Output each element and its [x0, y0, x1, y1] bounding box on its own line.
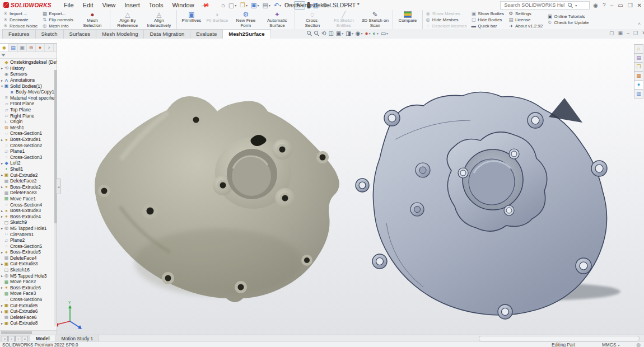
- tree-item[interactable]: ◉Sensors: [0, 71, 57, 77]
- help-search[interactable]: ▾: [500, 1, 590, 10]
- tree-item[interactable]: ▸●Boss-Extrude3: [0, 208, 57, 214]
- custom-properties-tab[interactable]: ▥: [634, 90, 643, 99]
- zoom-to-area-button[interactable]: [314, 31, 319, 36]
- appearances-scenes-tab[interactable]: ●: [634, 81, 643, 90]
- tree-filter-bar[interactable]: [0, 52, 57, 59]
- tree-item[interactable]: ▦DeleteFace3: [0, 190, 57, 196]
- align-by-reference-button[interactable]: △Align By Reference: [112, 11, 143, 29]
- caret-icon[interactable]: ▾: [269, 3, 270, 7]
- compare-button[interactable]: Compare: [395, 11, 421, 29]
- tree-item[interactable]: ▸▣Cut-Extrude3: [0, 261, 57, 267]
- menu-tools[interactable]: Tools: [144, 1, 168, 10]
- tab-sketch[interactable]: Sketch: [35, 29, 64, 39]
- select-button[interactable]: ↖▾: [294, 1, 305, 10]
- tree-item[interactable]: ◌Cross-Section3: [0, 154, 57, 161]
- expand-arrow-icon[interactable]: ▸: [0, 310, 4, 313]
- print-button[interactable]: ▤▾: [261, 2, 271, 9]
- filter-funnel-icon[interactable]: [1, 54, 6, 57]
- tree-item[interactable]: ∷CirPattern1: [0, 231, 57, 237]
- tree-item[interactable]: ≡Material <not specified>: [0, 95, 57, 101]
- view-palette-tab[interactable]: ▦: [634, 72, 643, 81]
- doc-minimize-button[interactable]: –: [627, 30, 629, 36]
- export-button[interactable]: ▦Export...: [41, 11, 74, 17]
- mesh-selection-button[interactable]: ●Mesh Selection: [77, 11, 108, 29]
- cad-central-flange[interactable]: [447, 132, 547, 231]
- tree-item[interactable]: ▸⟲History: [0, 65, 57, 72]
- view-orientation-button[interactable]: ▣▾: [336, 30, 343, 36]
- featuremanager-tab[interactable]: ◆: [0, 44, 9, 51]
- menu-window[interactable]: Window: [167, 1, 198, 10]
- menu-file[interactable]: File: [59, 1, 78, 10]
- caret-icon[interactable]: ▾: [290, 3, 292, 7]
- caret-icon[interactable]: ▾: [279, 3, 281, 7]
- hide-show-items-button[interactable]: ◉▾: [356, 30, 363, 36]
- tree-item[interactable]: ▸●Boss-Extrude2: [0, 184, 57, 190]
- tree-item[interactable]: ▢Sketch16: [0, 267, 57, 273]
- options-button[interactable]: ⚙▾: [321, 2, 331, 9]
- tab-surfaces[interactable]: Surfaces: [63, 29, 97, 39]
- tree-vertical-scrollbar[interactable]: [54, 70, 57, 326]
- tree-item[interactable]: ▦DeleteFace4: [0, 255, 57, 261]
- tab-features[interactable]: Features: [2, 29, 36, 39]
- tree-item[interactable]: ▢Sketch9: [0, 219, 57, 226]
- new-document-button[interactable]: ▢▾: [227, 2, 237, 9]
- tree-item[interactable]: ▸◆Loft2: [0, 160, 57, 166]
- tree-item[interactable]: ▸▣Cut-Extrude2: [0, 172, 57, 178]
- tree-item[interactable]: ◖Shell1: [0, 166, 57, 172]
- expand-arrow-icon[interactable]: ▸: [0, 214, 4, 218]
- search-caret-icon[interactable]: ▾: [575, 3, 577, 7]
- caret-icon[interactable]: ▾: [352, 31, 353, 35]
- previous-view-button[interactable]: ⟲: [321, 30, 326, 36]
- menu-insert[interactable]: Insert: [120, 1, 144, 10]
- check-for-update-button[interactable]: ↻Check for Update: [546, 20, 590, 26]
- view-settings-button[interactable]: ▭▾: [381, 30, 388, 36]
- caret-icon[interactable]: ▾: [342, 31, 343, 35]
- tree-item[interactable]: ▦DeleteFace2: [0, 178, 57, 184]
- tree-item[interactable]: ▸◎M5 Tapped Hole3: [0, 273, 57, 279]
- tree-item[interactable]: ▸▣Cut-Extrude5: [0, 302, 57, 308]
- show-bodies-button[interactable]: ▣Show Bodies: [470, 11, 505, 17]
- display-style-button[interactable]: ◨▾: [346, 30, 353, 36]
- caret-icon[interactable]: ▾: [369, 31, 371, 35]
- expand-arrow-icon[interactable]: ▸: [0, 209, 4, 213]
- expand-arrow-icon[interactable]: ▸: [0, 274, 4, 278]
- tree-item[interactable]: ▦Move Face2: [0, 279, 57, 285]
- expand-arrow-icon[interactable]: ▸: [0, 185, 4, 189]
- caret-icon[interactable]: ▾: [377, 31, 379, 35]
- tree-horizontal-scrollbar[interactable]: [0, 330, 57, 335]
- doc-restore-button[interactable]: ❐: [633, 30, 638, 36]
- close-button[interactable]: ✕: [637, 2, 642, 8]
- expand-arrow-icon[interactable]: ▾: [0, 84, 4, 88]
- tree-item[interactable]: ▸●Boss-Extrude5: [0, 249, 57, 255]
- tab-mesh-modeling[interactable]: Mesh Modeling: [96, 29, 144, 39]
- import-button[interactable]: ✳Import ...: [2, 11, 39, 17]
- expand-arrow-icon[interactable]: ▸: [0, 226, 4, 230]
- tree-item[interactable]: ∟Origin: [0, 119, 57, 125]
- tree-item[interactable]: ◌Cross-Section2: [0, 142, 57, 148]
- tree-item[interactable]: ◌Cross-Section4: [0, 201, 57, 208]
- tree-item[interactable]: ▱Plane2: [0, 237, 57, 243]
- reduce-noise-button[interactable]: ✳Reduce Noise: [2, 23, 39, 29]
- tab-data-migration[interactable]: Data Migration: [143, 29, 190, 39]
- tree-item[interactable]: ◍Mesh1: [0, 125, 57, 131]
- minimize-button[interactable]: –: [610, 2, 614, 8]
- cross-section-button[interactable]: ◌Cross-Section: [297, 11, 328, 29]
- about-button[interactable]: ➜About v1.2.92: [507, 23, 544, 29]
- menu-edit[interactable]: Edit: [78, 1, 98, 10]
- tree-item[interactable]: ▾▣Solid Bodies(1): [0, 83, 57, 89]
- rebuild-button[interactable]: [306, 2, 311, 9]
- align-interactively-button[interactable]: ◬Align Interactively: [143, 11, 175, 29]
- expand-arrow-icon[interactable]: ▸: [0, 303, 4, 307]
- tree-item[interactable]: ◌Cross-Section1: [0, 130, 57, 137]
- tree-item[interactable]: ▱Right Plane: [0, 112, 57, 119]
- panel-splitter-handle[interactable]: ◂: [56, 179, 61, 194]
- viewport-canvas[interactable]: Y: [0, 39, 644, 335]
- edit-appearance-button[interactable]: ●▾: [365, 30, 371, 36]
- tree-item[interactable]: ▸▣Cut-Extrude8: [0, 320, 57, 326]
- caret-icon[interactable]: ▾: [246, 3, 248, 7]
- primitives-button[interactable]: ▣Primitives: [179, 11, 204, 29]
- tree-item[interactable]: ▸AAnnotations: [0, 77, 57, 83]
- section-view-button[interactable]: ◫: [328, 30, 333, 36]
- tree-item[interactable]: ▸▣Cut-Extrude6: [0, 308, 57, 315]
- expand-arrow-icon[interactable]: ▸: [0, 78, 4, 82]
